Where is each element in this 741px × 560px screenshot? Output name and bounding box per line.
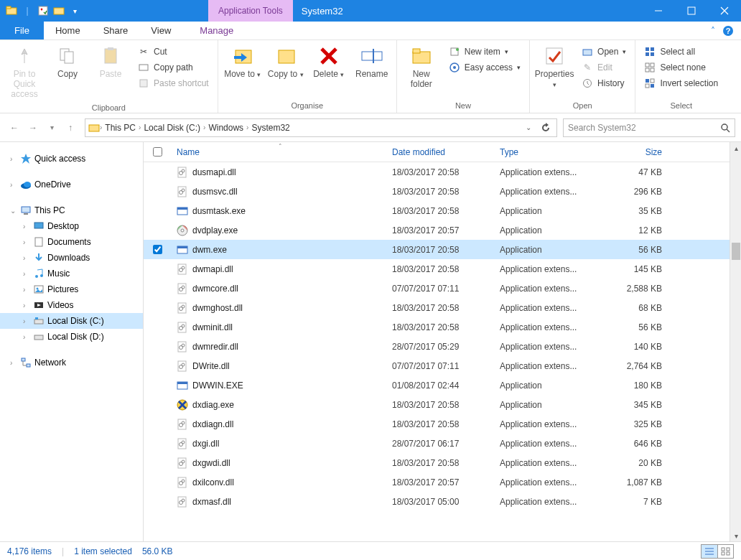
new-item-button[interactable]: New item ▾ (444, 45, 525, 59)
file-row[interactable]: dvdplay.exe18/03/2017 20:57Application12… (144, 220, 741, 240)
invert-selection-button[interactable]: Invert selection (640, 76, 722, 90)
address-bar[interactable]: › This PC › Local Disk (C:) › Windows › … (85, 118, 557, 137)
select-all-button[interactable]: Select all (640, 45, 722, 59)
cut-button[interactable]: ✂Cut (134, 45, 213, 59)
history-button[interactable]: History (577, 76, 630, 90)
qat-dropdown-icon[interactable]: ▾ (69, 5, 80, 17)
tab-manage[interactable]: Manage (188, 22, 245, 39)
search-icon[interactable] (720, 123, 730, 133)
file-row[interactable]: dxdiagn.dll18/03/2017 20:58Application e… (144, 414, 741, 434)
properties-icon[interactable] (37, 5, 49, 17)
scrollbar-thumb[interactable] (732, 243, 740, 260)
file-size: 47 KB (602, 167, 668, 177)
select-all-checkbox[interactable] (153, 147, 162, 157)
file-row[interactable]: dwmredir.dll28/07/2017 05:29Application … (144, 337, 741, 356)
easy-access-button[interactable]: Easy access ▾ (444, 60, 525, 75)
refresh-button[interactable] (538, 120, 554, 136)
file-row[interactable]: dwmcore.dll07/07/2017 07:11Application e… (144, 279, 741, 298)
copy-path-icon (138, 62, 149, 73)
new-folder-icon[interactable] (53, 5, 65, 17)
chevron-down-icon: ▾ (340, 71, 344, 78)
tab-view[interactable]: View (139, 22, 182, 39)
file-row[interactable]: DWWIN.EXE01/08/2017 02:44Application180 … (144, 375, 741, 395)
file-row[interactable]: dusmsvc.dll18/03/2017 20:58Application e… (144, 182, 741, 201)
open-button[interactable]: Open ▾ (577, 45, 630, 59)
file-row[interactable]: dxdiag.exe18/03/2017 20:58Application345… (144, 395, 741, 414)
details-view-button[interactable] (702, 545, 717, 558)
address-dropdown-icon[interactable]: ⌄ (521, 120, 536, 136)
file-row[interactable]: dwmapi.dll18/03/2017 20:58Application ex… (144, 259, 741, 279)
file-row[interactable]: dxgwdi.dll18/03/2017 20:58Application ex… (144, 453, 741, 472)
file-row[interactable]: dwm.exe18/03/2017 20:58Application56 KB (144, 240, 741, 259)
file-row[interactable]: DWrite.dll07/07/2017 07:11Application ex… (144, 356, 741, 375)
nav-back-button[interactable]: ← (6, 119, 23, 136)
breadcrumb-windows[interactable]: Windows (205, 123, 246, 133)
file-icon (177, 283, 188, 294)
breadcrumb-system32[interactable]: System32 (248, 123, 292, 133)
tree-onedrive[interactable]: ›OneDrive (0, 177, 143, 192)
file-name: dusmsvc.dll (192, 187, 238, 197)
row-checkbox[interactable] (153, 245, 162, 254)
column-name[interactable]: Name˄ (171, 147, 386, 157)
thumbnails-view-button[interactable] (717, 545, 733, 558)
edit-button[interactable]: ✎Edit (577, 60, 630, 75)
close-button[interactable] (708, 0, 741, 22)
tab-share[interactable]: Share (92, 22, 140, 39)
file-row[interactable]: dusmtask.exe18/03/2017 20:58Application3… (144, 201, 741, 220)
tree-music[interactable]: ›Music (0, 266, 143, 281)
copy-button[interactable]: Copy (47, 42, 88, 82)
copy-path-button[interactable]: Copy path (134, 60, 213, 75)
file-row[interactable]: dwmghost.dll18/03/2017 20:58Application … (144, 298, 741, 317)
tree-documents[interactable]: ›Documents (0, 234, 143, 250)
tree-videos[interactable]: ›Videos (0, 297, 143, 313)
copy-to-button[interactable]: Copy to ▾ (266, 42, 306, 83)
tree-this-pc[interactable]: ⌄This PC (0, 202, 143, 218)
file-row[interactable]: dwminit.dll18/03/2017 20:58Application e… (144, 317, 741, 337)
select-none-button[interactable]: Select none (640, 60, 722, 75)
new-folder-button[interactable]: New folder (401, 42, 442, 92)
tree-desktop[interactable]: ›Desktop (0, 218, 143, 234)
file-row[interactable]: dxilconv.dll18/03/2017 20:57Application … (144, 472, 741, 492)
breadcrumb-local-disk-c[interactable]: Local Disk (C:) (141, 123, 203, 133)
tab-home[interactable]: Home (44, 22, 92, 39)
minimize-button[interactable] (642, 0, 675, 22)
scroll-down-icon[interactable]: ▾ (730, 530, 741, 541)
file-type: Application extens... (494, 322, 602, 332)
collapse-ribbon-icon[interactable]: ˄ (711, 26, 715, 36)
column-date[interactable]: Date modified (386, 147, 494, 157)
move-to-button[interactable]: Move to ▾ (223, 42, 263, 83)
tree-downloads[interactable]: ›Downloads (0, 250, 143, 266)
pin-to-quick-access-button[interactable]: Pin to Quick access (4, 42, 45, 102)
help-icon[interactable]: ? (722, 25, 734, 37)
search-box[interactable]: Search System32 (563, 118, 735, 137)
folder-icon[interactable] (6, 5, 17, 17)
maximize-button[interactable] (675, 0, 708, 22)
svg-rect-28 (546, 48, 562, 64)
delete-button[interactable]: Delete ▾ (309, 42, 349, 83)
column-size[interactable]: Size (602, 147, 668, 157)
tree-disk-d[interactable]: ›Local Disk (D:) (0, 329, 143, 345)
properties-button[interactable]: Properties ▾ (534, 42, 574, 93)
file-row[interactable]: dxmasf.dll18/03/2017 05:00Application ex… (144, 492, 741, 511)
tab-file[interactable]: File (0, 22, 44, 39)
rename-button[interactable]: Rename (352, 42, 392, 82)
column-type[interactable]: Type (494, 147, 602, 157)
paste-shortcut-button[interactable]: Paste shortcut (134, 76, 213, 90)
downloads-icon (33, 252, 45, 263)
tree-quick-access[interactable]: ›Quick access (0, 151, 143, 167)
scroll-up-icon[interactable]: ▴ (730, 142, 741, 154)
svg-rect-33 (646, 52, 649, 56)
context-tab-application-tools[interactable]: Application Tools (208, 0, 293, 22)
file-row[interactable]: dxgi.dll28/07/2017 06:17Application exte… (144, 434, 741, 453)
tree-disk-c[interactable]: ›Local Disk (C:) (0, 313, 143, 329)
nav-up-button[interactable]: ↑ (62, 119, 79, 136)
file-icon (177, 399, 188, 411)
paste-button[interactable]: Paste (90, 42, 131, 82)
breadcrumb-this-pc[interactable]: This PC (102, 123, 139, 133)
vertical-scrollbar[interactable]: ▴ ▾ (730, 142, 741, 541)
file-row[interactable]: dusmapi.dll18/03/2017 20:58Application e… (144, 162, 741, 182)
nav-recent-dropdown[interactable]: ▾ (43, 119, 60, 136)
tree-pictures[interactable]: ›Pictures (0, 281, 143, 297)
tree-network[interactable]: ›Network (0, 355, 143, 370)
nav-forward-button[interactable]: → (24, 119, 42, 136)
